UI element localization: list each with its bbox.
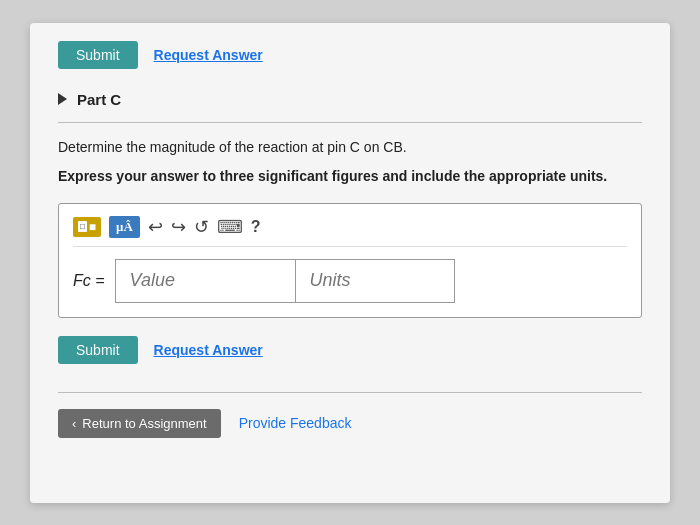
help-icon[interactable]: ?: [251, 218, 261, 236]
collapse-triangle-icon[interactable]: [58, 93, 67, 105]
input-row: Fc =: [73, 259, 627, 303]
divider: [58, 122, 642, 123]
return-to-assignment-button[interactable]: ‹ Return to Assignment: [58, 409, 221, 438]
fc-label: Fc =: [73, 272, 105, 290]
return-label: Return to Assignment: [82, 416, 206, 431]
part-c-header: Part C: [58, 91, 642, 108]
keyboard-icon[interactable]: ⌨: [217, 216, 243, 238]
top-submit-button[interactable]: Submit: [58, 41, 138, 69]
submit-button[interactable]: Submit: [58, 336, 138, 364]
main-card: Submit Request Answer Part C Determine t…: [30, 23, 670, 503]
matrix-icon[interactable]: □■: [73, 217, 101, 237]
question-line1: Determine the magnitude of the reaction …: [58, 137, 642, 158]
value-input[interactable]: [115, 259, 295, 303]
answer-box: □■ μÂ ↩ ↪ ↺ ⌨ ? Fc =: [58, 203, 642, 318]
top-submit-row: Submit Request Answer: [58, 41, 642, 69]
question-line2: Express your answer to three significant…: [58, 166, 642, 187]
refresh-icon[interactable]: ↺: [194, 216, 209, 238]
chevron-left-icon: ‹: [72, 416, 76, 431]
mu-a-icon[interactable]: μÂ: [109, 216, 140, 238]
sub-box: □: [78, 221, 87, 232]
provide-feedback-button[interactable]: Provide Feedback: [239, 415, 352, 431]
request-answer-button[interactable]: Request Answer: [154, 342, 263, 358]
toolbar: □■ μÂ ↩ ↪ ↺ ⌨ ?: [73, 216, 627, 247]
redo-icon[interactable]: ↪: [171, 216, 186, 238]
top-request-answer-button[interactable]: Request Answer: [154, 47, 263, 63]
part-c-label: Part C: [77, 91, 121, 108]
bottom-submit-row: Submit Request Answer: [58, 336, 642, 364]
undo-icon[interactable]: ↩: [148, 216, 163, 238]
footer-row: ‹ Return to Assignment Provide Feedback: [58, 392, 642, 438]
units-input[interactable]: [295, 259, 455, 303]
